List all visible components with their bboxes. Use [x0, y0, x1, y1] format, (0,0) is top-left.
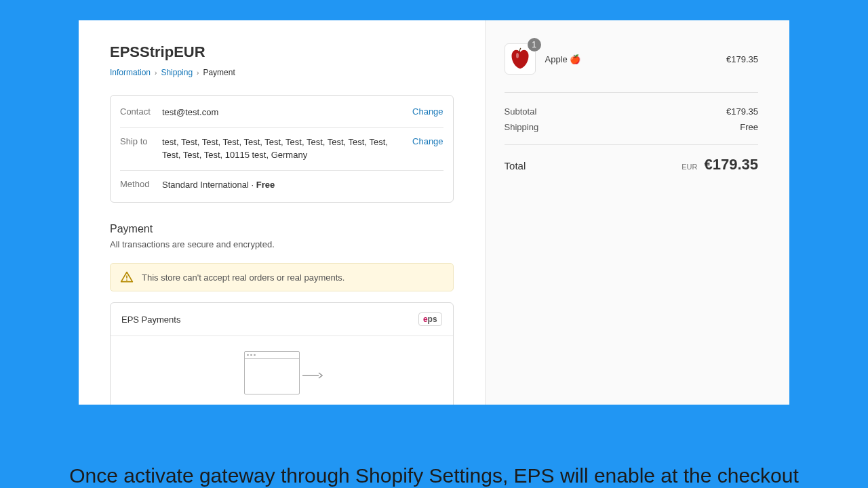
payment-method-body: After clicking "Complete order", you wil… [111, 336, 453, 405]
payment-method-header[interactable]: EPS Payments eps [111, 303, 453, 336]
payment-subtitle: All transactions are secure and encrypte… [110, 239, 454, 249]
order-summary: 1 Apple 🍎 €179.35 Subtotal €179.35 Shipp… [486, 20, 789, 405]
breadcrumb-shipping[interactable]: Shipping [161, 68, 193, 77]
warning-icon [120, 270, 134, 284]
store-title: EPSStripEUR [110, 43, 454, 61]
shipping-label: Shipping [505, 122, 539, 132]
review-method-value: Standard International · Free [162, 179, 443, 192]
review-box: Contact test@test.com Change Ship to tes… [110, 95, 454, 203]
divider [505, 92, 758, 93]
change-contact-link[interactable]: Change [412, 106, 443, 117]
review-method-prefix: Standard International · [162, 180, 256, 190]
ledger-total: Total EUR €179.35 [505, 156, 758, 174]
ledger: Subtotal €179.35 Shipping Free [505, 104, 758, 135]
payment-method-box: EPS Payments eps After clicking "Complet… [110, 302, 454, 405]
review-method-bold: Free [256, 180, 275, 190]
cart-item-row: 1 Apple 🍎 €179.35 [505, 43, 758, 75]
checkout-card: EPSStripEUR Information › Shipping › Pay… [79, 20, 789, 405]
chevron-right-icon: › [197, 69, 199, 77]
cart-item-thumb: 1 [505, 43, 536, 75]
total-value: €179.35 [704, 156, 758, 174]
subtotal-label: Subtotal [505, 106, 537, 117]
test-mode-notice: This store can't accept real orders or r… [110, 263, 454, 291]
review-shipto-value: test, Test, Test, Test, Test, Test, Test… [162, 136, 412, 162]
ledger-subtotal: Subtotal €179.35 [505, 104, 758, 119]
review-method-label: Method [120, 179, 162, 189]
caption-text: Once activate gateway through Shopify Se… [41, 464, 827, 488]
eps-logo-icon: eps [418, 312, 442, 326]
breadcrumb: Information › Shipping › Payment [110, 68, 454, 77]
review-contact-value: test@test.com [162, 106, 412, 119]
breadcrumb-information[interactable]: Information [110, 68, 151, 77]
cart-item-price: €179.35 [726, 54, 758, 64]
qty-badge: 1 [528, 38, 541, 52]
redirect-illustration-icon [244, 351, 319, 399]
change-shipto-link[interactable]: Change [412, 136, 443, 146]
cart-item-name: Apple 🍎 [545, 54, 717, 64]
payment-heading: Payment [110, 223, 454, 235]
review-row-shipto: Ship to test, Test, Test, Test, Test, Te… [120, 128, 443, 171]
payment-method-name: EPS Payments [121, 314, 180, 325]
chevron-right-icon: › [155, 69, 157, 77]
divider [505, 144, 758, 145]
review-row-method: Method Standard International · Free [120, 171, 443, 200]
shipping-value: Free [740, 122, 758, 132]
breadcrumb-payment: Payment [203, 68, 235, 77]
review-shipto-label: Ship to [120, 136, 162, 146]
notice-text: This store can't accept real orders or r… [142, 272, 344, 283]
total-label: Total [505, 160, 526, 171]
subtotal-value: €179.35 [726, 106, 758, 117]
review-row-contact: Contact test@test.com Change [120, 98, 443, 128]
svg-point-1 [126, 280, 127, 281]
checkout-main: EPSStripEUR Information › Shipping › Pay… [79, 20, 486, 405]
total-currency: EUR [682, 163, 697, 171]
ledger-shipping: Shipping Free [505, 119, 758, 135]
review-contact-label: Contact [120, 106, 162, 117]
caption-area: Once activate gateway through Shopify Se… [0, 454, 868, 488]
svg-point-3 [516, 53, 519, 58]
